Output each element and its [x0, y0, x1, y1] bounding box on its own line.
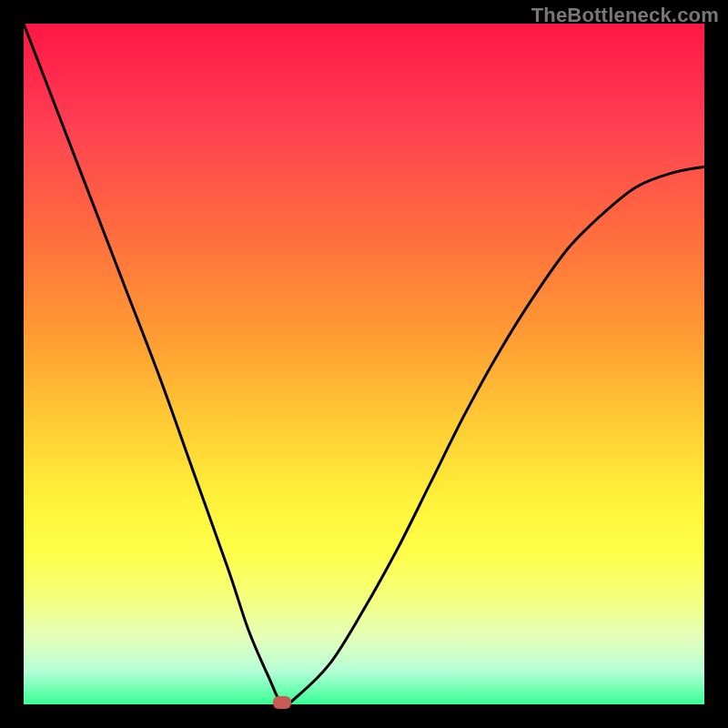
bottleneck-curve: [24, 24, 704, 704]
chart-frame: TheBottleneck.com: [0, 0, 728, 728]
curve-path: [24, 24, 704, 704]
optimum-marker: [273, 696, 291, 709]
plot-area: [24, 24, 704, 704]
